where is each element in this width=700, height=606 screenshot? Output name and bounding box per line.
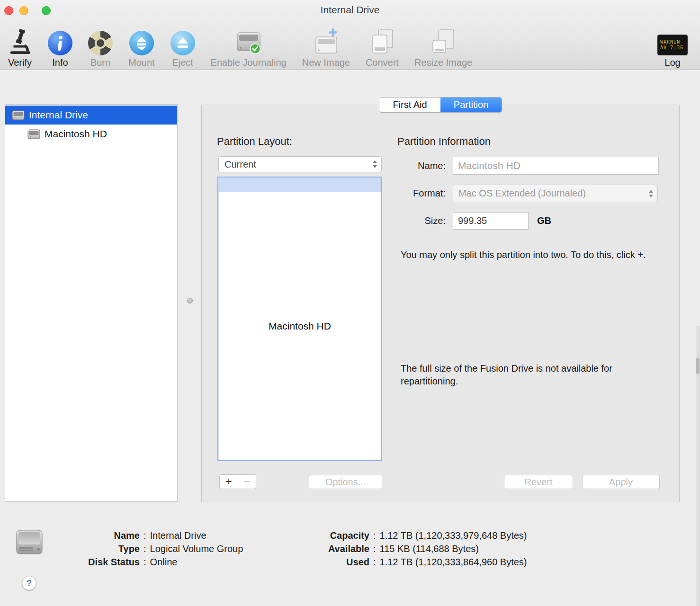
disk-utility-window: Internal Drive Verify <box>0 0 700 606</box>
chevron-updown-icon <box>648 189 654 198</box>
size-unit-label: GB <box>537 215 551 226</box>
sidebar-item-internal-drive[interactable]: Internal Drive <box>5 106 177 125</box>
convert-icon <box>369 26 395 57</box>
mount-icon <box>129 26 154 57</box>
journaling-disk-icon <box>234 26 263 57</box>
window-title: Internal Drive <box>95 4 605 16</box>
tab-bar: First Aid Partition <box>379 97 502 113</box>
footer-device-info: Name : Internal Drive Type : Logical Vol… <box>24 529 243 569</box>
toolbar-log-button[interactable]: WARNIN AV 7:36 Log <box>657 26 688 68</box>
options-button[interactable]: Options... <box>309 475 382 489</box>
footer-capacity-info: Capacity : 1.12 TB (1,120,333,979,648 By… <box>237 529 527 569</box>
toolbar: Verify Info <box>0 22 700 69</box>
toolbar-enable-journaling-button[interactable]: Enable Journaling <box>211 26 287 68</box>
name-label: Name: <box>397 160 446 171</box>
toolbar-label: Resize Image <box>414 57 472 68</box>
resize-image-icon <box>430 26 457 57</box>
scheme-value: Current <box>224 159 256 170</box>
partition-name-input[interactable] <box>453 157 659 175</box>
burn-icon <box>88 26 113 57</box>
footer-row: Available : 115 KB (114,688 Bytes) <box>237 542 527 555</box>
size-label: Size: <box>397 215 446 226</box>
toolbar-label: Eject <box>172 57 193 68</box>
toolbar-eject-button[interactable]: Eject <box>171 26 195 68</box>
sidebar-item-macintosh-hd[interactable]: Macintosh HD <box>5 125 177 143</box>
toolbar-mount-button[interactable]: Mount <box>128 26 155 68</box>
toolbar-verify-button[interactable]: Verify <box>8 26 32 68</box>
splitter-handle[interactable] <box>187 298 193 303</box>
revert-button[interactable]: Revert <box>504 475 573 489</box>
footer-row: Capacity : 1.12 TB (1,120,333,979,648 By… <box>237 529 527 542</box>
footer-row: Name : Internal Drive <box>24 529 243 542</box>
fusion-note: The full size of the Fusion Drive is not… <box>401 362 665 388</box>
new-image-icon <box>312 26 340 57</box>
split-note: You may only split this partition into t… <box>401 249 665 261</box>
partition-label: Macintosh HD <box>269 321 331 332</box>
tab-partition[interactable]: Partition <box>440 98 502 112</box>
format-row: Format: Mac OS Extended (Journaled) <box>397 185 658 202</box>
toolbar-label: Enable Journaling <box>211 57 287 68</box>
toolbar-label: Info <box>52 57 68 68</box>
toolbar-label: Mount <box>128 57 155 68</box>
toolbar-label: Burn <box>90 57 110 68</box>
format-value: Mac OS Extended (Journaled) <box>458 188 586 199</box>
format-label: Format: <box>397 188 446 199</box>
close-button[interactable] <box>4 6 13 15</box>
partition-segment-macintosh-hd[interactable]: Macintosh HD <box>218 192 381 460</box>
chevron-updown-icon <box>372 160 377 169</box>
info-icon <box>48 26 72 57</box>
toolbar-burn-button[interactable]: Burn <box>88 26 113 68</box>
add-partition-button[interactable]: + <box>220 475 238 489</box>
toolbar-info-button[interactable]: Info <box>48 26 72 68</box>
sidebar-item-label: Macintosh HD <box>45 128 107 140</box>
window-chrome: Internal Drive Verify <box>0 0 700 70</box>
partition-pane: Partition Layout: Current Macintosh HD +… <box>201 105 680 502</box>
disk-drive-icon <box>12 110 25 120</box>
partition-size-input[interactable] <box>453 212 529 230</box>
toolbar-convert-button[interactable]: Convert <box>366 26 399 68</box>
toolbar-resize-image-button[interactable]: Resize Image <box>414 26 472 68</box>
led-warning-icon: WARNIN AV 7:36 <box>657 26 688 57</box>
add-remove-control: + − <box>219 474 256 489</box>
toolbar-new-image-button[interactable]: New Image <box>302 26 350 68</box>
toolbar-label: Verify <box>8 57 32 68</box>
footer-row: Disk Status : Online <box>24 555 243 569</box>
format-select[interactable]: Mac OS Extended (Journaled) <box>453 185 658 202</box>
disk-drive-icon <box>27 129 40 139</box>
eject-icon <box>171 26 195 57</box>
background-scrollbar-thumb <box>696 358 700 374</box>
help-button[interactable]: ? <box>22 576 36 590</box>
partition-scheme-select[interactable]: Current <box>218 156 382 172</box>
tab-first-aid[interactable]: First Aid <box>379 98 440 112</box>
toolbar-label: New Image <box>302 57 350 68</box>
minimize-button[interactable] <box>19 6 28 15</box>
footer-row: Type : Logical Volume Group <box>24 542 243 555</box>
name-row: Name: <box>397 157 659 175</box>
toolbar-label: Convert <box>366 57 399 68</box>
apply-button[interactable]: Apply <box>582 475 660 489</box>
microscope-icon <box>8 26 32 57</box>
partition-information-heading: Partition Information <box>397 135 491 148</box>
size-row: Size: GB <box>397 212 551 230</box>
partition-map[interactable]: Macintosh HD <box>217 177 382 461</box>
footer-row: Used : 1.12 TB (1,120,333,864,960 Bytes) <box>237 555 527 569</box>
partition-header-strip <box>218 178 381 192</box>
partition-layout-heading: Partition Layout: <box>217 135 292 148</box>
sidebar-item-label: Internal Drive <box>29 109 88 121</box>
zoom-button[interactable] <box>42 6 51 15</box>
toolbar-label: Log <box>664 57 680 68</box>
background-window-edge <box>696 326 700 606</box>
remove-partition-button[interactable]: − <box>238 475 256 489</box>
device-sidebar: Internal Drive Macintosh HD <box>5 104 178 502</box>
